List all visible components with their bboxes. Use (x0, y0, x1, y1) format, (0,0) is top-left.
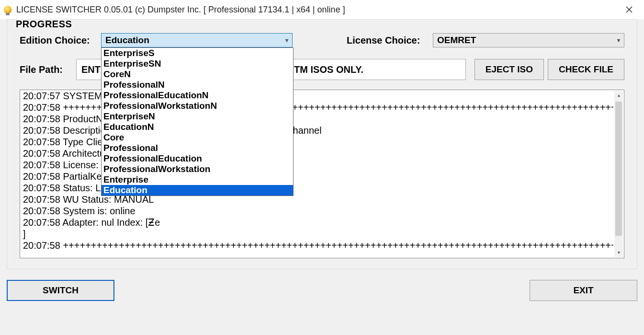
eject-iso-button[interactable]: EJECT ISO (475, 59, 544, 80)
scroll-up-icon[interactable]: ▴ (614, 91, 623, 100)
edition-option[interactable]: ProfessionalEducation (102, 153, 293, 164)
edition-option[interactable]: ProfessionalWorkstation (102, 164, 293, 174)
edition-option[interactable]: EnterpriseSN (102, 58, 293, 69)
edition-option[interactable]: ProfessionalN (102, 80, 293, 90)
close-button[interactable] (618, 2, 640, 17)
license-choice-combo[interactable]: OEMRET ▾ (433, 33, 624, 47)
edition-option[interactable]: Core (102, 132, 293, 143)
close-icon (626, 6, 633, 13)
lightbulb-icon (4, 6, 11, 13)
edition-option[interactable]: ProfessionalEducationN (102, 90, 293, 101)
scroll-thumb[interactable] (615, 102, 622, 236)
edition-label: Edition Choice: (20, 35, 101, 46)
window-title: LICENSE SWITCHER 0.05.01 (c) Dumpster In… (16, 5, 618, 15)
switch-button[interactable]: SWITCH (7, 280, 114, 301)
progress-groupbox: PROGRESS Edition Choice: Education ▾ Ent… (7, 19, 637, 269)
edition-option[interactable]: EducationN (102, 122, 293, 132)
content-area: PROGRESS Edition Choice: Education ▾ Ent… (0, 19, 644, 335)
edition-option[interactable]: Education (102, 185, 293, 196)
edition-option[interactable]: EnterpriseN (102, 111, 293, 122)
edition-option[interactable]: CoreN (102, 69, 293, 80)
edition-dropdown[interactable]: EnterpriseSEnterpriseSNCoreNProfessional… (101, 47, 294, 196)
scrollbar[interactable]: ▴ ▾ (614, 91, 623, 257)
edition-option[interactable]: ProfessionalWorkstationN (102, 101, 293, 111)
titlebar: LICENSE SWITCHER 0.05.01 (c) Dumpster In… (0, 0, 644, 19)
groupbox-title: PROGRESS (14, 19, 74, 30)
edition-selected-value: Education (105, 35, 149, 46)
check-file-button[interactable]: CHECK FILE (548, 59, 624, 80)
license-selected-value: OEMRET (437, 35, 476, 46)
chevron-down-icon: ▾ (285, 37, 288, 44)
edition-choice-combo[interactable]: Education ▾ EnterpriseSEnterpriseSNCoreN… (101, 33, 293, 47)
filepath-label: File Path: (20, 64, 76, 75)
edition-option[interactable]: Professional (102, 143, 293, 153)
license-label: License Choice: (347, 35, 433, 46)
chevron-down-icon: ▾ (617, 37, 620, 44)
scroll-down-icon[interactable]: ▾ (614, 248, 623, 257)
edition-option[interactable]: Enterprise (102, 174, 293, 185)
edition-option[interactable]: EnterpriseS (102, 48, 293, 58)
exit-button[interactable]: EXIT (530, 280, 637, 301)
